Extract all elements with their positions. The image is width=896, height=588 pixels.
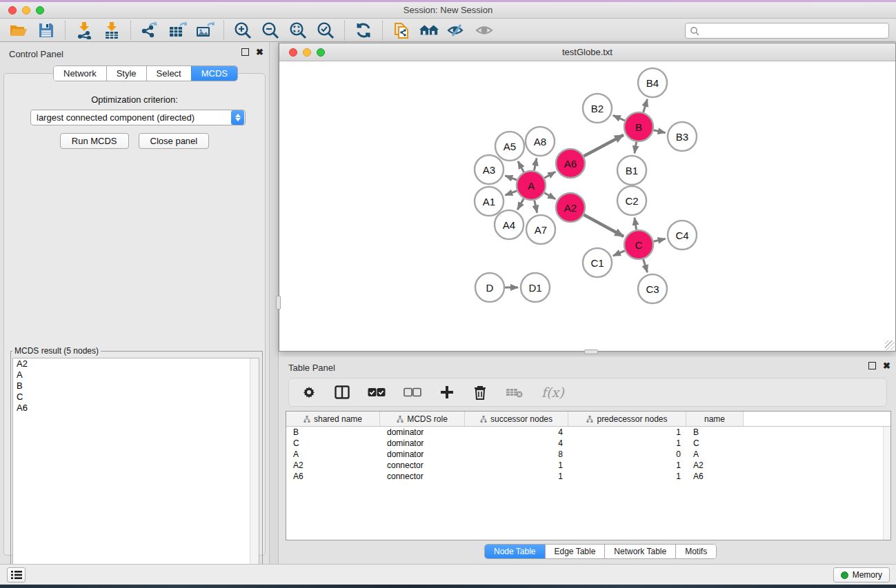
table-cell[interactable]: B (286, 427, 380, 438)
close-table-panel-icon[interactable]: ✖ (883, 362, 890, 369)
tab-network-table[interactable]: Network Table (604, 545, 675, 558)
table-cell[interactable]: A (286, 449, 380, 460)
result-item[interactable]: B (13, 381, 259, 392)
table-cell[interactable]: connector (380, 471, 465, 482)
run-mcds-button[interactable]: Run MCDS (60, 133, 129, 149)
result-item[interactable]: A (13, 369, 259, 381)
tab-network[interactable]: Network (54, 66, 106, 81)
zoom-in-icon[interactable] (232, 21, 253, 40)
edge-B-B2[interactable] (613, 115, 625, 121)
left-grab-handle[interactable] (276, 296, 281, 310)
close-panel-icon[interactable]: ✖ (256, 48, 263, 56)
table-cell[interactable]: A6 (286, 471, 380, 482)
network-canvas[interactable]: B4B2BB3A5A8A6B1A3AC2A1A2A4A7C4CC1C3DD1 (279, 61, 895, 351)
table-cell[interactable]: A (686, 449, 744, 460)
search-input[interactable] (699, 23, 888, 38)
table-cell[interactable]: 4 (465, 427, 568, 438)
memory-button[interactable]: Memory (833, 567, 890, 582)
window-resize-grip[interactable] (885, 341, 895, 350)
table-cell[interactable]: 4 (465, 438, 568, 449)
column-header-shared-name[interactable]: shared name (286, 412, 380, 426)
table-cell[interactable]: 1 (568, 427, 686, 438)
function-icon[interactable]: f(x) (541, 384, 564, 401)
delete-table-icon[interactable] (506, 384, 524, 401)
table-cell[interactable]: dominator (380, 449, 465, 460)
table-cell[interactable]: 1 (568, 438, 686, 449)
result-scrollbar[interactable] (250, 358, 259, 585)
table-cell[interactable]: C (686, 438, 744, 449)
edge-B-B3[interactable] (654, 130, 666, 133)
edge-C-C2[interactable] (635, 218, 637, 230)
tab-edge-table[interactable]: Edge Table (545, 545, 605, 558)
table-row[interactable]: A6connector11A6 (286, 471, 890, 482)
eye-icon[interactable] (474, 21, 495, 40)
edge-C-C4[interactable] (654, 239, 666, 241)
tab-mcds[interactable]: MCDS (191, 66, 237, 81)
column-header-MCDS-role[interactable]: MCDS role (380, 412, 465, 426)
add-icon[interactable] (439, 384, 455, 401)
checked-boxes-icon[interactable] (368, 384, 386, 401)
tab-select[interactable]: Select (146, 66, 191, 81)
table-cell[interactable]: 1 (568, 460, 686, 471)
close-panel-button[interactable]: Close panel (139, 133, 210, 149)
table-cell[interactable]: 1 (568, 471, 686, 482)
copy-network-icon[interactable] (391, 21, 412, 40)
table-cell[interactable]: A6 (686, 471, 744, 482)
table-cell[interactable]: 1 (465, 471, 568, 482)
gear-icon[interactable] (301, 384, 317, 401)
mcds-result-list[interactable]: A2ABCA6 (12, 358, 259, 585)
edge-A-A7[interactable] (535, 201, 537, 213)
edge-A-A2[interactable] (544, 193, 555, 199)
edge-A-A1[interactable] (505, 191, 517, 195)
edge-B-B4[interactable] (644, 99, 648, 112)
table-cell[interactable]: 1 (465, 460, 568, 471)
save-session-icon[interactable] (36, 21, 57, 40)
table-cell[interactable]: C (286, 438, 380, 449)
result-item[interactable]: A2 (13, 358, 259, 369)
edge-A6-B[interactable] (584, 135, 624, 156)
zoom-fit-icon[interactable] (288, 21, 308, 40)
task-history-button[interactable] (7, 567, 26, 582)
edge-A-A6[interactable] (544, 172, 555, 178)
result-item[interactable]: A6 (13, 403, 259, 414)
table-cell[interactable]: 8 (465, 449, 568, 460)
eye-strike-icon[interactable] (446, 21, 467, 40)
result-item[interactable]: C (13, 392, 259, 403)
edge-C-C1[interactable] (613, 251, 625, 256)
export-table-icon[interactable] (167, 21, 188, 40)
table-row[interactable]: Bdominator41B (286, 427, 890, 438)
table-cell[interactable]: A2 (686, 460, 744, 471)
edge-A-A3[interactable] (505, 176, 517, 180)
table-row[interactable]: A2connector11A2 (286, 460, 890, 471)
trash-icon[interactable] (472, 384, 488, 401)
table-cell[interactable]: 0 (568, 449, 686, 460)
open-session-icon[interactable] (8, 21, 29, 40)
table-row[interactable]: Cdominator41C (286, 438, 890, 449)
table-cell[interactable]: B (686, 427, 744, 438)
double-home-icon[interactable] (419, 21, 439, 40)
edge-A-A8[interactable] (534, 159, 537, 171)
column-header-name[interactable]: name (686, 412, 744, 426)
split-columns-icon[interactable] (335, 384, 350, 401)
edge-A2-C[interactable] (584, 215, 624, 237)
refresh-icon[interactable] (353, 21, 374, 40)
float-table-panel-icon[interactable] (868, 362, 876, 369)
export-network-icon[interactable] (139, 21, 160, 40)
table-row[interactable]: Adominator80A (286, 449, 890, 460)
table-cell[interactable]: dominator (380, 427, 465, 438)
import-network-icon[interactable] (74, 21, 94, 40)
edge-B-B1[interactable] (635, 142, 637, 154)
edge-A-A4[interactable] (517, 199, 524, 210)
optimization-dropdown[interactable]: largest connected component (directed) (30, 110, 246, 125)
edge-C-C3[interactable] (644, 259, 648, 272)
import-table-icon[interactable] (101, 21, 122, 40)
column-header-predecessor-nodes[interactable]: predecessor nodes (568, 412, 686, 426)
edge-A-A5[interactable] (518, 161, 524, 172)
table-cell[interactable]: A2 (286, 460, 380, 471)
unchecked-boxes-icon[interactable] (404, 384, 421, 401)
table-scrollbar[interactable] (883, 427, 890, 540)
table-cell[interactable]: connector (380, 460, 465, 471)
zoom-selected-icon[interactable] (315, 21, 336, 40)
tab-motifs[interactable]: Motifs (675, 545, 716, 558)
tab-node-table[interactable]: Node Table (485, 545, 545, 558)
